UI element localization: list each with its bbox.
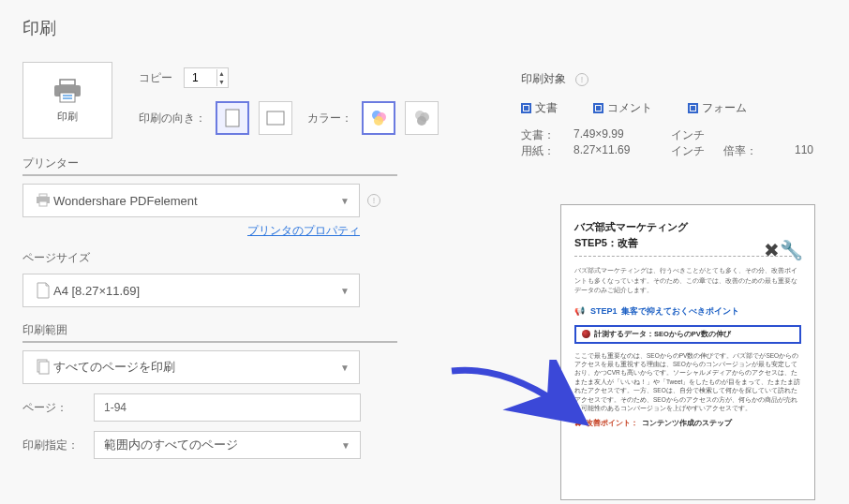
svg-rect-0	[60, 80, 75, 85]
megaphone-icon: 📢	[574, 306, 585, 316]
chevron-down-icon: ▼	[340, 363, 350, 373]
spec-value: 範囲内のすべてのページ	[104, 437, 341, 453]
orientation-portrait-button[interactable]	[216, 101, 249, 135]
check-comment[interactable]: コメント	[593, 100, 652, 116]
pages-icon	[33, 359, 53, 376]
dimensions: 文書： 7.49×9.99 インチ 用紙： 8.27×11.69 インチ 倍率：…	[521, 127, 840, 159]
preview-intro: バズ部式マーケティングは、行うべきことがとても多く、その分、改善ポイントも多くな…	[574, 266, 801, 296]
printer-dropdown[interactable]: Wondershare PDFelement ▼	[22, 184, 360, 217]
info-icon[interactable]: !	[367, 194, 380, 207]
print-tile-label: 印刷	[57, 110, 78, 124]
range-dropdown[interactable]: すべてのページを印刷 ▼	[22, 350, 360, 384]
page-icon	[33, 282, 53, 299]
landscape-icon	[266, 111, 285, 126]
check-icon	[593, 103, 603, 113]
preview-highlight-box: 計測するデータ：SEOからのPV数の伸び	[574, 325, 801, 344]
chevron-down-icon: ▼	[340, 286, 350, 296]
printer-icon	[52, 78, 83, 104]
pagesize-dropdown[interactable]: A4 [8.27×11.69] ▼	[22, 274, 360, 307]
preview-boxed-text: 計測するデータ：SEOからのPV数の伸び	[594, 330, 731, 339]
check-comment-label: コメント	[607, 100, 652, 116]
spin-up-icon[interactable]: ▲	[216, 69, 226, 78]
print-tile[interactable]: 印刷	[22, 62, 112, 139]
pagesize-label: ページサイズ	[22, 250, 397, 266]
preview-h1: バズ部式マーケティング	[574, 220, 801, 234]
check-form[interactable]: フォーム	[688, 100, 747, 116]
portrait-icon	[225, 109, 240, 127]
printer-value: Wondershare PDFelement	[53, 194, 340, 208]
spin-down-icon[interactable]: ▼	[216, 78, 226, 86]
copy-value: 1	[192, 71, 199, 84]
svg-rect-5	[226, 110, 239, 126]
page-title: 印刷	[22, 17, 827, 39]
printer-properties-link[interactable]: プリンタのプロパティ	[247, 224, 360, 237]
color-label: カラー：	[307, 111, 352, 126]
preview-step2-text: コンテンツ作成のステップ	[642, 418, 732, 428]
color-bw-button[interactable]	[405, 101, 439, 135]
svg-rect-2	[60, 93, 75, 102]
pagesize-value: A4 [8.27×11.69]	[53, 284, 340, 298]
chevron-down-icon: ▼	[340, 196, 350, 206]
color-color-button[interactable]	[362, 101, 395, 135]
copy-spinner[interactable]: 1 ▲ ▼	[184, 67, 229, 88]
printer-small-icon	[33, 193, 53, 208]
orientation-landscape-button[interactable]	[259, 101, 292, 135]
x-icon: ✖	[574, 419, 582, 428]
svg-point-12	[417, 116, 426, 126]
spec-dropdown[interactable]: 範囲内のすべてのページ ▼	[94, 431, 361, 459]
chevron-down-icon: ▼	[341, 440, 350, 451]
info-icon[interactable]: !	[575, 73, 588, 86]
dot-icon	[582, 330, 590, 338]
color-icon	[369, 109, 388, 127]
preview-pane: ✖🔧 バズ部式マーケティング STEP5：改善 バズ部式マーケティングは、行うべ…	[560, 204, 815, 500]
check-document-label: 文書	[535, 100, 558, 116]
preview-step1-text: 集客で抑えておくべきポイント	[621, 305, 739, 318]
svg-rect-17	[39, 362, 49, 374]
copy-label: コピー	[139, 70, 172, 86]
svg-point-9	[374, 116, 383, 126]
preview-step2-pre: 改善ポイント：	[586, 418, 638, 428]
check-icon	[521, 103, 531, 113]
orientation-label: 印刷の向き：	[139, 111, 206, 126]
bw-icon	[412, 109, 431, 127]
printer-section-label: プリンター	[22, 156, 397, 176]
svg-rect-15	[39, 201, 47, 206]
pages-label: ページ：	[22, 400, 82, 416]
pages-input[interactable]	[94, 393, 361, 422]
preview-paragraph: ここで最も重要なのは、SEOからのPV数の伸びです。バズ部でがSEOからのアクセ…	[574, 351, 801, 413]
target-label: 印刷対象	[521, 71, 566, 87]
svg-rect-6	[267, 111, 284, 125]
check-form-label: フォーム	[702, 100, 747, 116]
svg-rect-14	[39, 194, 47, 197]
range-value: すべてのページを印刷	[53, 359, 340, 376]
range-label: 印刷範囲	[22, 322, 397, 343]
tools-icon: ✖🔧	[764, 239, 803, 261]
check-icon	[688, 103, 698, 113]
check-document[interactable]: 文書	[521, 100, 558, 116]
spec-label: 印刷指定：	[22, 437, 82, 453]
preview-step1-label: STEP1	[590, 306, 618, 316]
